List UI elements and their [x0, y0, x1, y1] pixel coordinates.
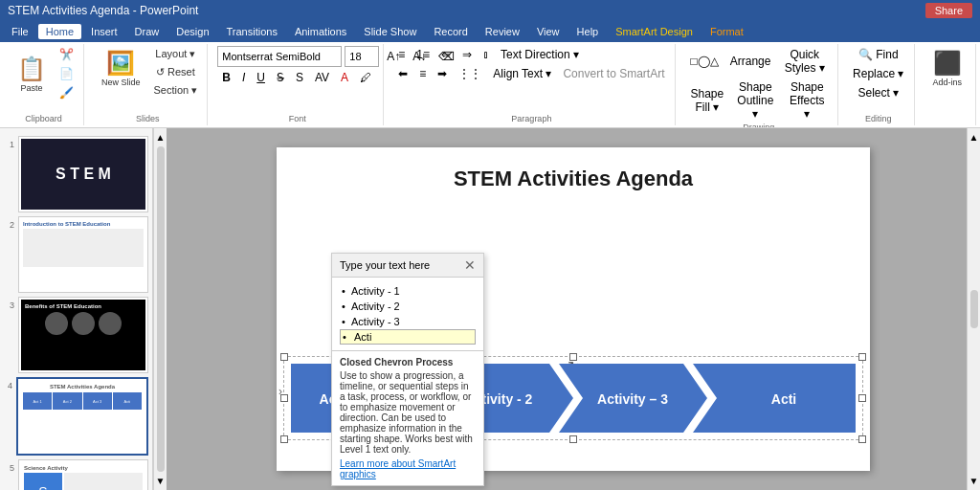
- handle-mr[interactable]: [858, 394, 866, 402]
- ribbon: 📋 Paste ✂️ 📄 🖌️ Clipboard 🖼️ New Slide L…: [0, 42, 980, 128]
- ribbon-font: A↑ A↓ ⌫ B I U S̶ S AV A 🖊 Font: [212, 44, 384, 125]
- ribbon-paragraph: ≡ 1≡ ⇐ ⇒ ⫾ Text Direction ▾ ⬅ ≡ ➡ ⋮⋮ Ali…: [388, 44, 676, 125]
- shape-fill-button[interactable]: Shape Fill ▾: [685, 85, 728, 116]
- numbering-button[interactable]: 1≡: [412, 46, 434, 63]
- slide-1-wrapper: 1 S T E M: [4, 136, 148, 212]
- smartart-item-2[interactable]: Activity - 2: [340, 299, 476, 314]
- slide-title[interactable]: STEM Activities Agenda: [277, 167, 870, 191]
- justify-button[interactable]: ⋮⋮: [454, 65, 486, 82]
- smartart-item-4-editing[interactable]: Acti: [340, 329, 476, 345]
- menu-review[interactable]: Review: [478, 24, 527, 39]
- font-size-input[interactable]: [345, 46, 379, 67]
- convert-smartart-button[interactable]: Convert to SmartArt: [558, 65, 669, 82]
- slide-5-number: 5: [4, 459, 14, 473]
- shadow-button[interactable]: S: [291, 69, 308, 86]
- underline-button[interactable]: U: [252, 69, 270, 86]
- slide-2-thumb[interactable]: Introduction to STEM Education: [18, 216, 148, 293]
- left-arrow-indicator: ›: [278, 385, 282, 398]
- slide-1-number: 1: [4, 136, 14, 149]
- smartart-item-1[interactable]: Activity - 1: [340, 283, 476, 299]
- slide-scroll-up[interactable]: ▲: [156, 132, 166, 143]
- text-direction-button[interactable]: Text Direction ▾: [496, 46, 584, 63]
- align-right-button[interactable]: ➡: [433, 65, 452, 82]
- editor-scroll-thumb[interactable]: [970, 290, 978, 328]
- decrease-indent-button[interactable]: ⇐: [436, 46, 456, 63]
- bold-button[interactable]: B: [217, 69, 235, 86]
- menu-help[interactable]: Help: [569, 24, 607, 39]
- slide-2-number: 2: [4, 216, 14, 230]
- menu-record[interactable]: Record: [426, 24, 475, 39]
- slide-5-thumb[interactable]: Science Activity S: [18, 459, 148, 490]
- arrange-button[interactable]: Arrange: [725, 53, 776, 70]
- slide-3-thumb[interactable]: Benefits of STEM Education: [18, 297, 148, 373]
- menu-file[interactable]: File: [4, 24, 36, 39]
- menu-format[interactable]: Format: [702, 24, 751, 39]
- smartart-panel-close[interactable]: ✕: [464, 257, 476, 273]
- slides-sidebar: 1 S T E M 2 Introduction to STEM Educati…: [0, 128, 167, 490]
- slide-4-wrapper: 4 STEM Activities Agenda Act 1 Act 2 Act…: [4, 377, 148, 456]
- reset-button[interactable]: ↺ Reset: [150, 64, 202, 80]
- handle-bm[interactable]: [569, 435, 577, 443]
- smartart-learn-more-link[interactable]: Learn more about SmartArt graphics: [340, 458, 476, 479]
- columns-button[interactable]: ⫾: [479, 46, 494, 63]
- font-family-input[interactable]: [217, 46, 342, 67]
- quick-styles-button[interactable]: Quick Styles ▾: [777, 46, 832, 77]
- italic-button[interactable]: I: [237, 69, 250, 86]
- section-button[interactable]: Section ▾: [150, 82, 202, 99]
- editor-scroll-down[interactable]: ▼: [969, 476, 979, 486]
- layout-button[interactable]: Layout ▾: [150, 46, 202, 62]
- addins-button[interactable]: ⬛ Add-ins: [924, 46, 969, 91]
- menu-insert[interactable]: Insert: [83, 24, 125, 39]
- chevron-4-label: Acti: [771, 391, 796, 407]
- menu-home[interactable]: Home: [38, 24, 81, 39]
- handle-tr[interactable]: [858, 353, 866, 361]
- ribbon-drawing: □◯△ Arrange Quick Styles ▾ Shape Fill ▾ …: [679, 44, 838, 125]
- shapes-button[interactable]: □◯△: [685, 53, 723, 70]
- menu-slideshow[interactable]: Slide Show: [356, 24, 424, 39]
- handle-br[interactable]: [858, 435, 866, 443]
- menu-draw[interactable]: Draw: [127, 24, 167, 39]
- ribbon-addins: ⬛ Add-ins: [919, 44, 976, 125]
- cut-button[interactable]: ✂️: [56, 46, 78, 63]
- shape-outline-button[interactable]: Shape Outline ▾: [730, 78, 780, 122]
- menu-bar: File Home Insert Draw Design Transitions…: [0, 21, 980, 42]
- format-painter-button[interactable]: 🖌️: [56, 84, 78, 101]
- font-color-button[interactable]: A: [336, 69, 353, 86]
- slide-3-number: 3: [4, 297, 14, 310]
- share-button[interactable]: Share: [925, 3, 972, 18]
- replace-button[interactable]: Replace ▾: [848, 65, 908, 82]
- handle-bl[interactable]: [280, 435, 288, 443]
- paste-button[interactable]: 📋 Paste: [10, 52, 54, 97]
- char-spacing-button[interactable]: AV: [310, 69, 334, 86]
- slide-1-thumb[interactable]: S T E M: [18, 136, 148, 212]
- menu-animations[interactable]: Animations: [287, 24, 354, 39]
- menu-transitions[interactable]: Transitions: [219, 24, 285, 39]
- slide-4-number: 4: [4, 377, 12, 390]
- smartart-info-desc: Use to show a progression, a timeline, o…: [340, 370, 473, 455]
- menu-view[interactable]: View: [529, 24, 568, 39]
- bullets-button[interactable]: ≡: [393, 46, 410, 63]
- slide-scroll-thumb[interactable]: [157, 146, 165, 472]
- highlight-button[interactable]: 🖊: [355, 69, 376, 86]
- align-text-button[interactable]: Align Text ▾: [488, 65, 556, 82]
- slide-4-thumb[interactable]: STEM Activities Agenda Act 1 Act 2 Act 3…: [16, 377, 148, 456]
- ribbon-clipboard: 📋 Paste ✂️ 📄 🖌️ Clipboard: [4, 44, 84, 125]
- slide-panel-scrollbar[interactable]: ▲ ▼: [153, 128, 167, 490]
- select-button[interactable]: Select ▾: [848, 84, 908, 101]
- shape-effects-button[interactable]: Shape Effects ▾: [783, 78, 833, 122]
- smartart-item-3[interactable]: Activity - 3: [340, 314, 476, 329]
- copy-button[interactable]: 📄: [56, 65, 78, 82]
- menu-design[interactable]: Design: [168, 24, 216, 39]
- increase-indent-button[interactable]: ⇒: [457, 46, 477, 63]
- strikethrough-button[interactable]: S̶: [272, 69, 289, 86]
- editor-scrollbar[interactable]: ▲ ▼: [967, 128, 980, 490]
- editor-scroll-up[interactable]: ▲: [969, 132, 979, 143]
- slide-scroll-down[interactable]: ▼: [156, 476, 166, 486]
- menu-smartart-design[interactable]: SmartArt Design: [608, 24, 701, 39]
- align-left-button[interactable]: ⬅: [393, 65, 412, 82]
- new-slide-button[interactable]: 🖼️ New Slide: [94, 46, 148, 91]
- handle-tl[interactable]: [280, 353, 288, 361]
- align-center-button[interactable]: ≡: [414, 65, 431, 82]
- slide-thumbnails: 1 S T E M 2 Introduction to STEM Educati…: [0, 128, 153, 490]
- find-button[interactable]: 🔍 Find: [848, 46, 908, 63]
